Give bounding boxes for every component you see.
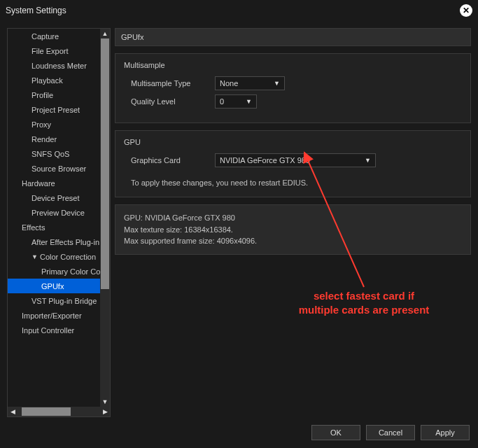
tree-item[interactable]: Profile (8, 88, 100, 102)
multisample-type-value: None (220, 79, 238, 88)
chevron-down-icon: ▼ (246, 98, 252, 105)
vertical-scrollbar[interactable]: ▲ ▼ (100, 29, 110, 407)
gpu-info-line: Max supported frame size: 4096x4096. (124, 235, 462, 247)
annotation-text: select fastest card if multiple cards ar… (294, 289, 434, 316)
tree-item-label: SNFS QoS (31, 150, 69, 158)
tree-item[interactable]: After Effects Plug-in Bridge (8, 234, 100, 249)
tree-item-label: File Export (31, 47, 69, 55)
tree-item[interactable]: File Export (8, 43, 100, 58)
tree-item-label: Capture (31, 32, 59, 41)
tree-item[interactable]: Playback (8, 73, 100, 88)
panel-title: GPUfx (115, 28, 471, 46)
multisample-type-select[interactable]: None ▼ (215, 76, 285, 90)
tree-item-label: GPUfx (41, 282, 64, 290)
tree-item[interactable]: Primary Color Correction (8, 264, 100, 279)
titlebar: System Settings ✕ (0, 0, 478, 21)
chevron-down-icon: ▼ (365, 157, 371, 164)
tree-item-label: Source Browser (31, 164, 86, 173)
tree-item[interactable]: Input Controller (8, 323, 100, 337)
gpu-info-box: GPU: NVIDIA GeForce GTX 980 Max texture … (115, 204, 471, 255)
dialog-footer: OK Cancel Apply (0, 417, 478, 448)
chevron-down-icon: ▼ (31, 253, 38, 260)
tree-item-label: Playback (31, 76, 63, 85)
tree-item[interactable]: Effects (8, 220, 100, 234)
horizontal-scrollbar[interactable]: ◀ ▶ (8, 407, 110, 416)
tree-item[interactable]: Loudness Meter (8, 58, 100, 73)
quality-level-select[interactable]: 0 ▼ (215, 94, 257, 108)
tree-item-label: Input Controller (22, 326, 74, 335)
multisample-group: Multisample Multisample Type None ▼ Qual… (115, 53, 471, 123)
tree-item-label: Project Preset (31, 106, 80, 114)
tree-item[interactable]: Importer/Exporter (8, 308, 100, 323)
scroll-right-icon[interactable]: ▶ (100, 407, 110, 416)
gpu-title: GPU (124, 138, 462, 146)
graphics-card-select[interactable]: NVIDIA GeForce GTX 980 ▼ (215, 153, 376, 167)
tree-item[interactable]: SNFS QoS (8, 146, 100, 161)
settings-window: System Settings ✕ CaptureFile ExportLoud… (0, 0, 478, 448)
tree-item[interactable]: Capture (8, 29, 100, 43)
tree-item[interactable]: Render (8, 132, 100, 146)
scroll-thumb[interactable] (101, 38, 109, 289)
scroll-left-icon[interactable]: ◀ (8, 407, 17, 416)
tree-item-label: Color Correction (40, 253, 96, 261)
tree-item-label: Device Preset (31, 194, 79, 202)
scroll-up-icon[interactable]: ▲ (100, 29, 110, 38)
tree-item-label: VST Plug-in Bridge (31, 297, 97, 305)
quality-level-value: 0 (220, 97, 224, 106)
tree-item-label: Preview Device (31, 209, 85, 217)
restart-note: To apply these changes, you need to rest… (124, 172, 462, 187)
gpu-info-line: Max texture size: 16384x16384. (124, 224, 462, 236)
multisample-title: Multisample (124, 61, 462, 69)
tree-item[interactable]: Preview Device (8, 205, 100, 220)
tree-item-label: Effects (22, 223, 45, 232)
sidebar: CaptureFile ExportLoudness MeterPlayback… (7, 28, 111, 417)
ok-button[interactable]: OK (311, 425, 360, 440)
cancel-button[interactable]: Cancel (366, 425, 415, 440)
tree-item[interactable]: Device Preset (8, 190, 100, 205)
tree-item-label: Primary Color Correction (41, 267, 100, 276)
graphics-card-label: Graphics Card (124, 156, 215, 164)
tree-item[interactable]: VST Plug-in Bridge (8, 293, 100, 308)
tree-item[interactable]: GPUfx (8, 279, 100, 293)
window-title: System Settings (6, 6, 66, 15)
tree-item[interactable]: ▼Color Correction (8, 249, 100, 264)
apply-button[interactable]: Apply (421, 425, 470, 440)
multisample-type-label: Multisample Type (124, 79, 215, 88)
quality-level-label: Quality Level (124, 97, 215, 106)
tree-item-label: After Effects Plug-in Bridge (31, 238, 100, 246)
gpu-info-line: GPU: NVIDIA GeForce GTX 980 (124, 212, 462, 224)
tree-item[interactable]: Hardware (8, 176, 100, 190)
tree-item-label: Loudness Meter (31, 62, 87, 70)
tree-item[interactable]: Project Preset (8, 102, 100, 117)
tree-item-label: Hardware (22, 179, 55, 188)
tree-item-label: Importer/Exporter (22, 312, 82, 320)
graphics-card-value: NVIDIA GeForce GTX 980 (220, 156, 310, 164)
tree-item[interactable]: Proxy (8, 117, 100, 132)
close-icon[interactable]: ✕ (460, 4, 472, 17)
scroll-down-icon[interactable]: ▼ (100, 397, 110, 407)
tree-item-label: Render (31, 135, 57, 144)
tree-item-label: Profile (31, 91, 53, 99)
chevron-down-icon: ▼ (274, 80, 280, 87)
tree-item-label: Proxy (31, 120, 51, 129)
settings-tree[interactable]: CaptureFile ExportLoudness MeterPlayback… (8, 29, 100, 407)
tree-item[interactable]: Source Browser (8, 161, 100, 176)
gpu-group: GPU Graphics Card NVIDIA GeForce GTX 980… (115, 130, 471, 197)
scroll-thumb-h[interactable] (22, 407, 71, 416)
